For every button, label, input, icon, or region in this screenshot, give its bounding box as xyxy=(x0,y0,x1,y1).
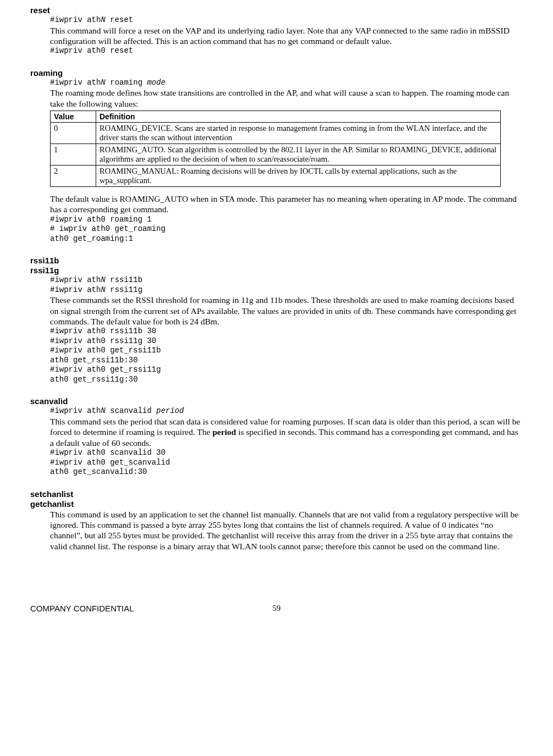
footer-confidential: COMPANY CONFIDENTIAL xyxy=(30,604,134,613)
roaming-syntax-mid: roaming xyxy=(106,78,147,87)
rssi11b-syntax-post: rssi11b xyxy=(106,275,142,284)
rssi11b-syntax: #iwpriv athN rssi11b xyxy=(50,275,523,285)
reset-syntax-pre: #iwpriv ath xyxy=(50,15,101,24)
roaming-description-intro: The roaming mode defines how state trans… xyxy=(50,87,523,109)
table-cell-definition: ROAMING_MANUAL: Roaming decisions will b… xyxy=(96,165,501,187)
scanvalid-syntax-var-n: N xyxy=(101,406,105,415)
scanvalid-syntax: #iwpriv athN scanvalid period xyxy=(50,406,523,416)
table-cell-value: 0 xyxy=(51,123,96,144)
roaming-description-default: The default value is ROAMING_AUTO when i… xyxy=(50,194,523,215)
footer-page-number: 59 xyxy=(273,604,281,613)
table-cell-definition: ROAMING_DEVICE. Scans are started in res… xyxy=(96,123,501,144)
chanlist-description: This command is used by an application t… xyxy=(50,509,523,552)
reset-description: This command will force a reset on the V… xyxy=(50,25,523,47)
rssi-description: These commands set the RSSI threshold fo… xyxy=(50,295,523,327)
scanvalid-syntax-mid: scanvalid xyxy=(106,406,156,415)
scanvalid-example: #iwpriv ath0 scanvalid 30 #iwpriv ath0 g… xyxy=(50,448,523,477)
scanvalid-syntax-pre: #iwpriv ath xyxy=(50,406,101,415)
table-row: 1 ROAMING_AUTO. Scan algorithm is contro… xyxy=(51,144,501,165)
table-row: 2 ROAMING_MANUAL: Roaming decisions will… xyxy=(51,165,501,187)
reset-syntax-var: N xyxy=(101,15,105,24)
table-cell-value: 2 xyxy=(51,165,96,187)
scanvalid-heading: scanvalid xyxy=(30,396,523,406)
table-cell-value: 1 xyxy=(51,144,96,165)
rssi11g-syntax-var: N xyxy=(101,285,105,294)
roaming-example: #iwpriv ath0 roaming 1 # iwpriv ath0 get… xyxy=(50,215,523,244)
roaming-heading: roaming xyxy=(30,68,523,78)
roaming-syntax-var-mode: mode xyxy=(147,78,165,87)
roaming-syntax-pre: #iwpriv ath xyxy=(50,78,101,87)
reset-heading: reset xyxy=(30,5,523,15)
reset-syntax-post: reset xyxy=(106,15,133,24)
rssi-example: #iwpriv ath0 rssi11b 30 #iwpriv ath0 rss… xyxy=(50,327,523,384)
page-content: reset #iwpriv athN reset This command wi… xyxy=(0,5,553,630)
roaming-syntax: #iwpriv athN roaming mode xyxy=(50,78,523,88)
setchanlist-heading: setchanlist xyxy=(30,489,523,499)
table-header-definition: Definition xyxy=(96,111,501,123)
table-cell-definition: ROAMING_AUTO. Scan algorithm is controll… xyxy=(96,144,501,165)
getchanlist-heading: getchanlist xyxy=(30,499,523,509)
reset-syntax: #iwpriv athN reset xyxy=(50,15,523,25)
table-header-row: Value Definition xyxy=(51,111,501,123)
rssi11b-heading: rssi11b xyxy=(30,256,523,265)
scanvalid-desc-bold: period xyxy=(212,427,236,437)
table-row: 0 ROAMING_DEVICE. Scans are started in r… xyxy=(51,123,501,144)
table-header-value: Value xyxy=(51,111,96,123)
rssi11g-syntax-pre: #iwpriv ath xyxy=(50,285,101,294)
rssi11b-syntax-var: N xyxy=(101,275,105,284)
rssi11g-heading: rssi11g xyxy=(30,266,523,275)
rssi11b-syntax-pre: #iwpriv ath xyxy=(50,275,101,284)
rssi11g-syntax-post: rssi11g xyxy=(106,285,142,294)
page-footer: COMPANY CONFIDENTIAL 59 xyxy=(30,604,523,613)
reset-example: #iwpriv ath0 reset xyxy=(50,46,523,56)
roaming-values-table: Value Definition 0 ROAMING_DEVICE. Scans… xyxy=(50,111,501,187)
scanvalid-description: This command sets the period that scan d… xyxy=(50,416,523,448)
roaming-syntax-var-n: N xyxy=(101,78,105,87)
scanvalid-syntax-var-period: period xyxy=(156,406,184,415)
rssi11g-syntax: #iwpriv athN rssi11g xyxy=(50,285,523,295)
